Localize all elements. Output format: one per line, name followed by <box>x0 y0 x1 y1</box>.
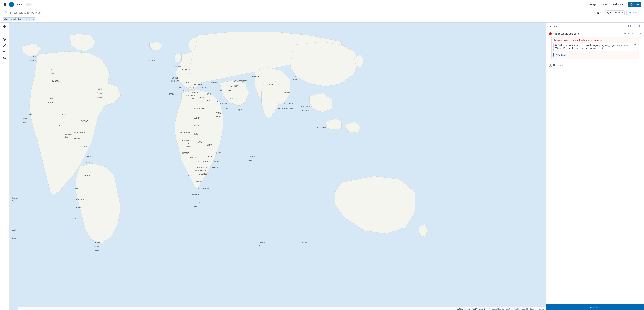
svg-text:GUINEA: GUINEA <box>302 110 309 112</box>
fullscreen-button[interactable]: Full screen <box>612 2 625 6</box>
save-button[interactable]: Save <box>628 2 642 6</box>
svg-text:GREECE: GREECE <box>190 98 197 100</box>
layer-link-button-0[interactable] <box>624 32 626 35</box>
svg-text:GUATEMALA: GUATEMALA <box>74 131 85 133</box>
svg-rect-133 <box>549 64 550 65</box>
svg-text:ETHIOPIA: ETHIOPIA <box>210 160 219 162</box>
svg-text:UKRAINE: UKRAINE <box>199 86 207 88</box>
svg-text:Caribbean: Caribbean <box>65 133 73 135</box>
breadcrumb-separator: › <box>24 3 25 6</box>
svg-text:SRI LANKA: SRI LANKA <box>278 108 287 109</box>
svg-text:IRAN: IRAN <box>214 101 218 103</box>
svg-text:ALGERIA: ALGERIA <box>193 117 200 119</box>
svg-text:PAPUA NEW: PAPUA NEW <box>300 106 310 108</box>
svg-text:ARGENTINA: ARGENTINA <box>74 206 85 208</box>
svg-point-132 <box>634 26 635 26</box>
svg-text:Sea: Sea <box>301 245 304 247</box>
inspect-button[interactable]: Inspect <box>600 2 609 6</box>
svg-text:KAZAKHSTAN: KAZAKHSTAN <box>220 90 232 92</box>
world-map: CANADA UNITED STATES MEXICO CUBA GUATEMA… <box>9 22 546 310</box>
grid-icon <box>597 11 599 14</box>
svg-text:KOREA: KOREA <box>290 78 297 80</box>
grid-toggle[interactable] <box>596 10 603 15</box>
layers-link-icon[interactable] <box>628 24 632 28</box>
svg-text:BELARUS: BELARUS <box>194 84 202 85</box>
layers-eye-button[interactable] <box>633 24 636 28</box>
svg-text:TUNISIA: TUNISIA <box>220 102 227 104</box>
user-avatar[interactable]: D <box>9 2 14 7</box>
kql-search-input[interactable] <box>8 12 592 14</box>
svg-rect-135 <box>549 65 550 66</box>
svg-text:MOZAMBIQUE: MOZAMBIQUE <box>198 187 210 189</box>
svg-text:NIGER: NIGER <box>198 141 203 143</box>
svg-rect-2 <box>4 5 6 6</box>
svg-text:UNITED: UNITED <box>49 98 55 100</box>
svg-text:BULGARIA: BULGARIA <box>186 94 196 96</box>
svg-text:TAIWAN: TAIWAN <box>284 91 290 93</box>
svg-text:MAURITANIA: MAURITANIA <box>179 131 190 133</box>
layer-item-actions-0: ⋮ <box>624 32 638 36</box>
measure-tool-button[interactable] <box>2 43 7 48</box>
svg-text:SOUTH: SOUTH <box>194 202 200 204</box>
svg-text:CHINA: CHINA <box>268 84 274 85</box>
svg-text:ITALY: ITALY <box>183 90 188 92</box>
zoom-in-button[interactable] <box>2 24 7 30</box>
svg-text:SUDAN: SUDAN <box>207 155 213 157</box>
breadcrumbs: Maps › dots <box>15 2 32 6</box>
time-range-picker[interactable]: Last 24 hours <box>605 10 625 15</box>
svg-text:Pacific: Pacific <box>22 118 27 120</box>
copy-error-button[interactable]: ⧉ <box>634 44 636 46</box>
svg-rect-0 <box>4 3 6 4</box>
svg-text:Ocean: Ocean <box>97 96 102 98</box>
layer-menu-button-0[interactable]: ⋮ <box>635 32 638 36</box>
layer-clear-button-0[interactable] <box>631 32 634 35</box>
query-bar: Last 24 hours Refresh <box>0 9 644 17</box>
svg-text:South: South <box>12 229 16 231</box>
svg-text:PARAGUAY: PARAGUAY <box>76 198 86 200</box>
svg-rect-7 <box>3 33 6 33</box>
svg-text:Gulf of: Gulf of <box>33 56 38 58</box>
svg-text:NEPAL: NEPAL <box>242 80 248 82</box>
filter-tag-close-icon[interactable]: × <box>32 18 34 20</box>
nav-left: D Maps › dots <box>2 2 32 7</box>
svg-text:AUSTRIA: AUSTRIA <box>188 86 196 88</box>
svg-text:DEMOCRATIC: DEMOCRATIC <box>196 166 208 168</box>
map-container[interactable]: CANADA UNITED STATES MEXICO CUBA GUATEMA… <box>9 22 546 310</box>
layers-menu-button[interactable]: ⋮ <box>638 24 642 28</box>
svg-text:CAMEROON: CAMEROON <box>198 160 208 162</box>
breadcrumb-maps[interactable]: Maps <box>15 2 24 6</box>
grid-chevron-icon <box>600 12 602 14</box>
svg-text:Atlantic: Atlantic <box>96 92 102 94</box>
svg-text:Ocean: Ocean <box>12 237 17 239</box>
fit-to-data-button[interactable] <box>2 36 7 42</box>
svg-text:MYANMAR: MYANMAR <box>284 102 293 104</box>
breadcrumb-dots[interactable]: dots <box>26 3 32 6</box>
kebab-icon: ⋮ <box>638 25 641 28</box>
bearing-reset-button[interactable] <box>2 55 7 61</box>
refresh-button[interactable]: Refresh <box>626 10 642 15</box>
query-input-wrapper[interactable] <box>2 10 594 15</box>
svg-text:Alaska: Alaska <box>30 59 36 61</box>
hamburger-button[interactable] <box>2 2 8 7</box>
layer-error-icon: ! <box>549 32 552 35</box>
settings-button[interactable]: Settings <box>587 2 597 6</box>
svg-text:MONGOLIA: MONGOLIA <box>252 75 262 77</box>
zoom-out-button[interactable] <box>2 30 7 36</box>
svg-text:SOUTH: SOUTH <box>292 75 298 77</box>
refresh-icon <box>629 11 631 14</box>
add-layer-button[interactable]: Add layer <box>546 304 644 310</box>
view-details-button[interactable]: View details <box>554 53 568 57</box>
svg-text:ZAMBIA: ZAMBIA <box>196 181 203 183</box>
svg-text:South: South <box>95 242 100 244</box>
error-panel-0: An error occurred when loading layer fea… <box>552 37 639 59</box>
layer-collapse-button-0[interactable]: ∧ <box>639 32 642 36</box>
attribution-separator: | <box>489 308 490 310</box>
layer-edit-button-0[interactable] <box>628 32 630 35</box>
tooltip-button[interactable] <box>2 49 7 55</box>
left-toolbar <box>0 22 9 310</box>
copy-icon: ⧉ <box>634 44 636 46</box>
svg-text:DENMARK: DENMARK <box>182 69 190 71</box>
filter-tag-0[interactable]: kibana_sample_data_logs failure × <box>2 17 35 21</box>
svg-rect-134 <box>551 64 552 65</box>
svg-text:ECUADOR: ECUADOR <box>84 155 93 157</box>
